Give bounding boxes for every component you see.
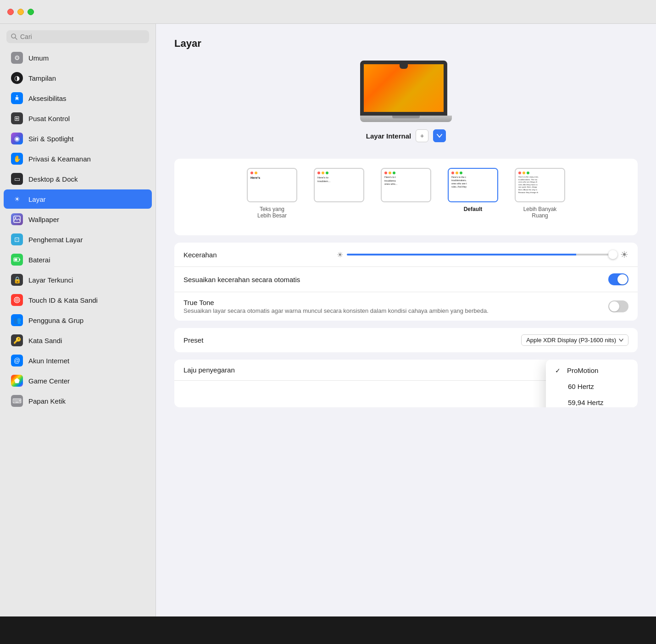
penghemat-icon: ⊡ xyxy=(11,233,23,245)
sidebar-label-tampilan: Tampilan xyxy=(28,74,56,82)
dropdown-item-60hz[interactable]: 60 Hertz xyxy=(546,378,638,394)
app-window: ⚙ Umum ◑ Tampilan Aksesibilitas ⊞ Pusat … xyxy=(0,24,656,616)
res-preview-default: Here's to the ctroublemakers.ones who se… xyxy=(448,168,498,202)
svg-line-1 xyxy=(15,38,17,39)
res-option-2[interactable]: Here's totroublem... xyxy=(309,168,369,219)
macbook-screen xyxy=(360,61,447,116)
display-preview-section: Layar Internal + xyxy=(174,61,638,150)
sidebar-item-wallpaper[interactable]: Wallpaper xyxy=(4,210,152,229)
sidebar-item-pusat-kontrol[interactable]: ⊞ Pusat Kontrol xyxy=(4,109,152,128)
close-button[interactable] xyxy=(7,9,14,15)
resolution-panel: Here's Teks yangLebih Besar Here's totro… xyxy=(174,159,638,235)
sidebar-item-layar-terkunci[interactable]: 🔒 Layar Terkunci xyxy=(4,270,152,289)
sidebar-item-pengguna[interactable]: 👥 Pengguna & Grup xyxy=(4,311,152,330)
wallpaper-icon xyxy=(11,213,23,225)
sidebar-label-desktop: Desktop & Dock xyxy=(28,175,78,183)
sidebar-item-touchid[interactable]: Touch ID & Kata Sandi xyxy=(4,290,152,310)
tampilan-icon: ◑ xyxy=(11,72,23,84)
refresh-dropdown-menu[interactable]: ProMotion 60 Hertz 59,94 Hertz 50 H xyxy=(546,360,638,407)
sidebar-label-siri: Siri & Spotlight xyxy=(28,135,73,143)
desktop-icon: ▭ xyxy=(11,173,23,185)
sidebar-label-pusat-kontrol: Pusat Kontrol xyxy=(28,115,70,122)
true-tone-row: True Tone Sesuaikan layar secara otomati… xyxy=(174,292,638,321)
touchid-icon xyxy=(11,294,23,306)
sidebar-label-gamecenter: Game Center xyxy=(28,377,70,385)
preset-panel: Preset Apple XDR Display (P3-1600 nits) xyxy=(174,328,638,352)
macbook-base xyxy=(360,116,452,122)
add-display-button[interactable]: + xyxy=(416,129,428,142)
brightness-row: Kecerahan ☀ ☀ xyxy=(174,243,638,267)
search-input[interactable] xyxy=(20,33,145,40)
sidebar-item-siri[interactable]: ◉ Siri & Spotlight xyxy=(4,129,152,148)
display-label: Layar Internal xyxy=(366,132,411,140)
res-option-3[interactable]: Here's to ttroublemaones who... xyxy=(376,168,436,219)
svg-point-2 xyxy=(17,95,18,97)
refresh-row: Laju penyegaran ProMotion 60 Hertz xyxy=(174,360,638,381)
sidebar-item-tampilan[interactable]: ◑ Tampilan xyxy=(4,68,152,88)
res-option-lebih-besar[interactable]: Here's Teks yangLebih Besar xyxy=(242,168,302,219)
res-label-default: Default xyxy=(464,206,483,212)
res-preview-lebih-besar: Here's xyxy=(247,168,297,202)
sidebar: ⚙ Umum ◑ Tampilan Aksesibilitas ⊞ Pusat … xyxy=(0,24,156,616)
sidebar-label-aksesibilitas: Aksesibilitas xyxy=(28,94,67,102)
sidebar-item-akun[interactable]: @ Akun Internet xyxy=(4,351,152,370)
sidebar-label-papanketik: Papan Ketik xyxy=(28,397,66,405)
sidebar-item-katasandi[interactable]: 🔑 Kata Sandi xyxy=(4,331,152,350)
brightness-label: Kecerahan xyxy=(183,251,329,259)
sidebar-item-aksesibilitas[interactable]: Aksesibilitas xyxy=(4,89,152,108)
res-option-lebih-ruang[interactable]: Here's to the crazy ones.troublemakers. … xyxy=(510,168,570,219)
katasandi-icon: 🔑 xyxy=(11,334,23,346)
sidebar-item-gamecenter[interactable]: ⬟ Game Center xyxy=(4,371,152,390)
maximize-button[interactable] xyxy=(28,9,34,15)
sun-high-icon: ☀ xyxy=(620,249,628,260)
auto-brightness-toggle[interactable] xyxy=(608,273,628,285)
dropdown-label-60hz: 60 Hertz xyxy=(568,383,594,390)
display-label-row: Layar Internal + xyxy=(366,129,446,142)
aksesibilitas-icon xyxy=(11,92,23,104)
svg-rect-7 xyxy=(19,259,20,261)
sidebar-label-umum: Umum xyxy=(28,54,49,62)
svg-rect-6 xyxy=(15,259,17,261)
brightness-panel: Kecerahan ☀ ☀ Sesuaikan kecerahan secara… xyxy=(174,243,638,321)
page-title: Layar xyxy=(174,38,638,50)
search-bar[interactable] xyxy=(6,30,149,43)
display-dropdown-button[interactable] xyxy=(433,129,446,142)
true-tone-toggle[interactable] xyxy=(608,300,628,312)
titlebar xyxy=(0,0,656,24)
sidebar-item-papanketik[interactable]: ⌨ Papan Ketik xyxy=(4,391,152,411)
resolution-options: Here's Teks yangLebih Besar Here's totro… xyxy=(183,168,628,219)
dropdown-item-5994hz[interactable]: 59,94 Hertz xyxy=(546,394,638,407)
baterai-icon xyxy=(11,254,23,266)
search-icon xyxy=(11,33,17,40)
sun-low-icon: ☀ xyxy=(337,250,343,259)
bottom-bar xyxy=(0,616,656,644)
pusatkontrol-icon: ⊞ xyxy=(11,112,23,124)
res-option-default[interactable]: Here's to the ctroublemakers.ones who se… xyxy=(443,168,503,219)
layar-icon: ☀ xyxy=(11,193,23,205)
minimize-button[interactable] xyxy=(17,9,24,15)
auto-brightness-row: Sesuaikan kecerahan secara otomatis xyxy=(174,267,638,292)
brightness-slider-track[interactable] xyxy=(347,254,617,255)
gamecenter-icon: ⬟ xyxy=(11,375,23,387)
preset-dropdown[interactable]: Apple XDR Display (P3-1600 nits) xyxy=(521,334,628,346)
sidebar-item-umum[interactable]: ⚙ Umum xyxy=(4,48,152,67)
sidebar-item-layar[interactable]: ☀ Layar xyxy=(4,189,152,209)
sidebar-label-baterai: Baterai xyxy=(28,256,50,264)
res-preview-lebih-ruang: Here's to the crazy ones.troublemakers. … xyxy=(515,168,565,202)
sidebar-label-touchid: Touch ID & Kata Sandi xyxy=(28,296,98,304)
sidebar-item-baterai[interactable]: Baterai xyxy=(4,250,152,269)
res-label-lebih-besar: Teks yangLebih Besar xyxy=(257,206,287,219)
papanketik-icon: ⌨ xyxy=(11,395,23,407)
auto-brightness-label: Sesuaikan kecerahan secara otomatis xyxy=(183,276,601,283)
sidebar-item-desktop[interactable]: ▭ Desktop & Dock xyxy=(4,169,152,189)
true-tone-sub: Sesuaikan layar secara otomatis agar war… xyxy=(183,307,601,314)
brightness-slider-container[interactable]: ☀ ☀ xyxy=(337,249,628,260)
sidebar-item-privasi[interactable]: ✋ Privasi & Keamanan xyxy=(4,149,152,168)
sidebar-label-katasandi: Kata Sandi xyxy=(28,337,62,344)
pengguna-icon: 👥 xyxy=(11,314,23,326)
brightness-slider-thumb[interactable] xyxy=(608,250,617,259)
dropdown-item-promotion[interactable]: ProMotion xyxy=(546,362,638,378)
sidebar-item-penghemat[interactable]: ⊡ Penghemat Layar xyxy=(4,230,152,249)
svg-rect-3 xyxy=(14,216,20,222)
preset-row: Preset Apple XDR Display (P3-1600 nits) xyxy=(174,328,638,352)
